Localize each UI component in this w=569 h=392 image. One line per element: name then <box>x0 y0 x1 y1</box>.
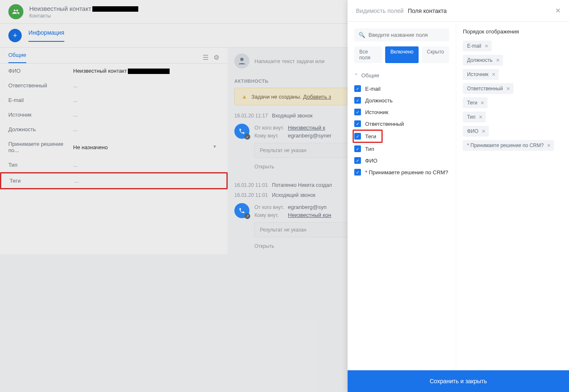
arrow-in-badge-icon: ↙ <box>244 134 250 140</box>
filter-tabs: Все поля Включено Скрыто <box>354 46 449 63</box>
drawer-body: 🔍 Все поля Включено Скрыто ⌃ Общие ✓E-ma… <box>348 22 569 370</box>
call-to: egranberg@syner <box>288 132 331 139</box>
warning-link[interactable]: Добавить з <box>303 94 331 100</box>
check-tags[interactable]: ✓Теги <box>354 132 380 140</box>
chip-email[interactable]: E-mail✕ <box>463 41 492 51</box>
save-button[interactable]: Сохранить и закрыть <box>348 370 569 392</box>
field-value[interactable]: ... <box>73 82 219 89</box>
field-label: Тип <box>8 162 73 168</box>
gear-icon[interactable]: ⚙ <box>213 53 219 61</box>
search-icon: 🔍 <box>358 32 365 38</box>
field-value[interactable]: Не назначено▼ <box>73 144 219 150</box>
chip-fio[interactable]: ФИО✕ <box>463 126 489 137</box>
field-responsible: Ответственный ... <box>0 78 228 93</box>
field-label: Источник <box>8 112 73 118</box>
contact-subtitle: Контакты <box>29 13 138 19</box>
chips-list: E-mail✕ Должность✕ Источник✕ Ответственн… <box>463 41 562 151</box>
group-header-general[interactable]: ⌃ Общие <box>354 70 449 83</box>
avatar <box>234 53 249 69</box>
close-icon[interactable]: ✕ <box>479 115 483 120</box>
order-title: Порядок отображения <box>463 28 562 35</box>
check-fio[interactable]: ✓ФИО <box>354 155 449 166</box>
checkbox-icon: ✓ <box>354 85 361 92</box>
filter-tab-all[interactable]: Все поля <box>354 46 382 63</box>
close-icon[interactable]: ✕ <box>555 7 561 15</box>
field-position: Должность ... <box>0 122 228 137</box>
field-value[interactable]: ... <box>73 126 219 132</box>
contact-title: Неизвестный контакт <box>29 5 138 12</box>
call-to[interactable]: Неизвестный кон <box>288 212 331 218</box>
close-icon[interactable]: ✕ <box>492 72 495 77</box>
check-email[interactable]: ✓E-mail <box>354 83 449 94</box>
check-responsible[interactable]: ✓Ответственный <box>354 118 449 130</box>
check-tags-highlighted: ✓Теги <box>353 130 383 143</box>
breadcrumb-current: Поля контакта <box>408 8 447 14</box>
chip-crm[interactable]: * Принимаете решение по CRM?✕ <box>463 140 554 151</box>
phone-icon: ↙ <box>234 124 249 139</box>
checkbox-icon: ✓ <box>354 157 361 164</box>
phone-icon: ↗ <box>234 203 249 218</box>
chip-position[interactable]: Должность✕ <box>463 55 503 66</box>
field-type: Тип ... <box>0 158 228 172</box>
call-from[interactable]: Неизвестный к <box>288 125 325 131</box>
breadcrumb[interactable]: Видимость полей <box>356 8 404 14</box>
checkbox-icon: ✓ <box>354 120 361 127</box>
drawer-fields: Видимость полей Поля контакта ✕ 🔍 Все по… <box>348 0 569 392</box>
chip-source[interactable]: Источник✕ <box>463 69 499 80</box>
arrow-out-badge-icon: ↗ <box>244 213 250 219</box>
close-icon[interactable]: ✕ <box>496 58 500 63</box>
warning-text: Задачи не созданы. <box>251 94 302 100</box>
drawer-left-column: 🔍 Все поля Включено Скрыто ⌃ Общие ✓E-ma… <box>348 22 456 370</box>
svg-point-0 <box>240 58 244 61</box>
field-value[interactable]: ... <box>73 97 219 103</box>
search-box[interactable]: 🔍 <box>354 28 449 41</box>
search-input[interactable] <box>368 32 445 38</box>
contact-icon <box>8 4 23 19</box>
check-type[interactable]: ✓Тип <box>354 143 449 155</box>
check-source[interactable]: ✓Источник <box>354 106 449 118</box>
tab-information[interactable]: Информация <box>28 29 64 42</box>
checkbox-icon: ✓ <box>354 97 361 104</box>
field-value[interactable]: ... <box>73 162 219 168</box>
drawer-right-column: Порядок отображения E-mail✕ Должность✕ И… <box>456 22 569 370</box>
field-label: Должность <box>8 126 73 132</box>
field-label: Теги <box>10 178 74 184</box>
section-tabs: Общие ☰ ⚙ <box>0 48 228 64</box>
chip-responsible[interactable]: Ответственный✕ <box>463 83 513 94</box>
field-value[interactable]: Неизвестный контакт <box>73 68 219 74</box>
checkbox-icon: ✓ <box>354 169 361 176</box>
field-label: Принимаете решение по... <box>8 141 73 153</box>
checkbox-icon: ✓ <box>354 145 361 152</box>
list-icon[interactable]: ☰ <box>203 53 208 61</box>
drawer-header: Видимость полей Поля контакта ✕ <box>348 0 569 22</box>
left-panel: Общие ☰ ⚙ ФИО Неизвестный контакт Ответс… <box>0 48 228 254</box>
chip-tags[interactable]: Теги✕ <box>463 97 488 108</box>
checkbox-icon: ✓ <box>354 133 361 140</box>
close-icon[interactable]: ✕ <box>485 43 488 49</box>
warning-icon: ▲ <box>241 93 247 100</box>
call-from: egranberg@syn <box>288 204 327 210</box>
filter-tab-hidden[interactable]: Скрыто <box>422 46 449 63</box>
field-label: E-mail <box>8 97 73 103</box>
field-value[interactable]: ... <box>74 178 218 184</box>
checkbox-icon: ✓ <box>354 109 361 115</box>
field-value[interactable]: ... <box>73 112 219 118</box>
check-crm[interactable]: ✓* Принимаете решение по CRM? <box>354 166 449 178</box>
filter-tab-on[interactable]: Включено <box>385 46 418 63</box>
close-icon[interactable]: ✕ <box>547 143 551 148</box>
close-icon[interactable]: ✕ <box>482 129 485 134</box>
field-label: Ответственный <box>8 82 73 89</box>
field-fio: ФИО Неизвестный контакт <box>0 64 228 78</box>
chevron-up-icon: ⌃ <box>354 73 358 78</box>
add-button[interactable]: + <box>8 29 22 42</box>
chip-type[interactable]: Тип✕ <box>463 112 486 122</box>
field-tags-highlighted: Теги ... <box>0 172 228 189</box>
header-text: Неизвестный контакт Контакты <box>29 5 138 19</box>
close-icon[interactable]: ✕ <box>506 86 510 92</box>
check-position[interactable]: ✓Должность <box>354 94 449 106</box>
close-icon[interactable]: ✕ <box>480 100 484 106</box>
task-input[interactable]: Напишите текст задачи или <box>254 58 325 64</box>
tab-general[interactable]: Общие <box>8 52 26 63</box>
field-decision: Принимаете решение по... Не назначено▼ <box>0 137 228 158</box>
field-email: E-mail ... <box>0 93 228 107</box>
